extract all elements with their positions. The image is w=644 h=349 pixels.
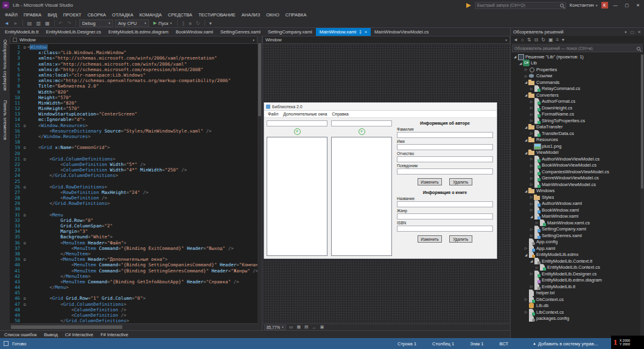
document-tab[interactable]: MainWindowViewModel.cs ↧ × — [371, 28, 432, 36]
tree-expander-icon[interactable]: ▷ — [529, 285, 534, 288]
quick-launch-search[interactable]: Быстрый запуск (Ctrl+Q) — [475, 2, 566, 9]
document-tab[interactable]: BookWindow.xaml ↧ × — [172, 28, 217, 36]
field-input[interactable] — [397, 226, 493, 232]
preview-menu-item[interactable]: Дополнительные окна — [281, 112, 329, 116]
tree-expander-icon[interactable]: ▷ — [529, 119, 534, 122]
fold-toggle-icon[interactable]: ⊟ — [22, 257, 27, 262]
pin-tab-icon[interactable]: ↧ — [359, 30, 362, 35]
menu-item[interactable]: АНАЛИЗ — [239, 12, 263, 18]
code-line[interactable]: 1⊟<Window — [10, 44, 257, 50]
tree-item[interactable]: ▷ Ссылки — [511, 73, 644, 80]
menu-item[interactable]: ТЕСТИРОВАНИЕ — [195, 12, 239, 18]
back-icon[interactable]: ◄ — [513, 37, 518, 43]
zoom-fit-icon[interactable]: ▭ — [289, 325, 294, 330]
fold-toggle-icon[interactable] — [22, 268, 27, 274]
tree-item[interactable]: ▷ LibContext.cs — [511, 309, 644, 316]
code-line[interactable]: 49 <ColumnDefinition /> — [10, 313, 257, 318]
scrollbar-thumb[interactable] — [258, 43, 261, 116]
tree-expander-icon[interactable]: ◢ — [529, 215, 534, 218]
tree-item[interactable]: ▷ BookWindow.xaml — [511, 207, 644, 213]
tree-item[interactable]: ▷ EntityModelLib.tt — [511, 283, 644, 290]
field-input[interactable] — [397, 201, 493, 207]
tree-item[interactable]: ▷ AuthorWindow.xaml — [511, 201, 644, 207]
code-line[interactable]: 47⊟ <Grid.ColumnDefinitions> — [10, 302, 257, 307]
code-line[interactable]: 14 mc:Ignorable="d"> — [10, 117, 257, 122]
swap-panes-icon[interactable]: ↔ — [312, 325, 317, 330]
code-line[interactable]: 36⊟ <MenuItem Header="Файл"> — [10, 240, 257, 246]
fold-toggle-icon[interactable] — [22, 246, 27, 251]
code-line[interactable]: 33 Grid.ColumnSpan="2" — [10, 223, 257, 229]
tree-item[interactable]: ▷ BookWindowViewModel.cs — [511, 162, 644, 169]
fold-toggle-icon[interactable] — [22, 190, 27, 195]
tree-item[interactable]: packages.config — [511, 316, 644, 322]
tree-item[interactable]: ◢ Windows — [511, 188, 644, 195]
code-line[interactable]: 10 Height="570" — [10, 95, 257, 100]
document-tab[interactable]: MainWindow.xaml ↧ × — [316, 28, 371, 36]
tool-window-tab[interactable]: Панель элементов — [2, 100, 8, 140]
menu-item[interactable]: ПРОЕКТ — [60, 12, 85, 18]
code-line[interactable]: 13 WindowStartupLocation="CenterScreen" — [10, 111, 257, 117]
redo-icon[interactable]: ↷ — [66, 21, 72, 26]
tree-item[interactable]: ◢ Commands — [511, 79, 644, 86]
tree-expander-icon[interactable]: ◢ — [523, 138, 528, 142]
code-line[interactable]: 8 Title="Библиотека 2.0" — [10, 83, 257, 89]
document-tab[interactable]: EntityModelLib.tt ↧ × — [1, 28, 42, 36]
tree-item[interactable]: ▷ Styles — [511, 194, 644, 201]
fold-toggle-icon[interactable] — [22, 95, 27, 100]
fold-toggle-icon[interactable] — [22, 251, 27, 257]
author-filter-input[interactable] — [267, 120, 327, 126]
code-line[interactable]: 45 — [10, 290, 257, 295]
tree-expander-icon[interactable]: ▷ — [529, 202, 534, 206]
document-tab[interactable]: SettingCompany.xaml ↧ × — [264, 28, 316, 36]
fold-toggle-icon[interactable]: ⊟ — [22, 212, 27, 218]
tool-window-tab[interactable]: Список ошибок — [4, 332, 37, 337]
tree-item[interactable]: EntityModelLib.edmx.diagram — [511, 277, 644, 284]
xaml-code-editor[interactable]: 1⊟<Window2 x:Class="Lib.Windows.MainWind… — [10, 44, 257, 323]
code-line[interactable]: 50 </Grid.ColumnDefinitions> — [10, 318, 257, 323]
fold-toggle-icon[interactable] — [22, 318, 27, 323]
tree-expander-icon[interactable]: ◢ — [523, 189, 528, 193]
tree-item[interactable]: ▷ StringToProperties.cs — [511, 117, 644, 124]
menu-item[interactable]: ОКНО — [263, 12, 282, 18]
tree-expander-icon[interactable]: ▷ — [529, 170, 534, 173]
tree-item[interactable]: ◢ MainWindow.xaml — [511, 213, 644, 220]
fold-toggle-icon[interactable] — [22, 313, 27, 318]
code-line[interactable]: 34 Margin="3" — [10, 229, 257, 234]
preview-button[interactable]: Изменить — [418, 178, 441, 185]
code-line[interactable]: 23 <ColumnDefinition Width="4*" MinWidth… — [10, 167, 257, 173]
fold-toggle-icon[interactable] — [22, 274, 27, 279]
document-tab[interactable]: EntityModelLib.Designer.cs ↧ × — [42, 28, 104, 36]
designer-zoom-dropdown[interactable]: 85,77% ▾ — [264, 325, 286, 330]
add-author-button[interactable]: + — [294, 128, 301, 135]
element-navigator-dropdown[interactable]: Window ▾ — [10, 36, 257, 44]
code-line[interactable]: 22 <ColumnDefinition Width="5*" /> — [10, 162, 257, 167]
fold-toggle-icon[interactable] — [22, 106, 27, 111]
tree-item[interactable]: ▷ MainWindowViewModel.cs — [511, 181, 644, 188]
collapse-all-icon[interactable]: ⊟ — [534, 37, 538, 43]
tree-expander-icon[interactable]: ▷ — [529, 157, 534, 161]
fold-toggle-icon[interactable] — [22, 61, 27, 67]
code-line[interactable]: 41 <MenuItem Command="{Binding SettingGe… — [10, 268, 257, 274]
tree-expander-icon[interactable]: ▷ — [534, 266, 539, 269]
home-icon[interactable]: ⌂ — [521, 37, 524, 43]
code-line[interactable]: 21⊟ <Grid.ColumnDefinitions> — [10, 156, 257, 162]
fold-toggle-icon[interactable] — [22, 223, 27, 229]
code-line[interactable]: 39⊟ <MenuItem Header="Дополнительные окн… — [10, 257, 257, 262]
fold-toggle-icon[interactable] — [22, 78, 27, 83]
menu-item[interactable]: ВИД — [44, 12, 60, 18]
code-line[interactable]: 9 Width="820" — [10, 89, 257, 95]
code-line[interactable]: 27 <RowDefinition MaxHeight="24" /> — [10, 190, 257, 195]
field-input[interactable] — [397, 132, 493, 138]
restart-icon[interactable]: ↻ — [195, 21, 201, 26]
fold-toggle-icon[interactable] — [22, 290, 27, 295]
code-line[interactable]: 37 <MenuItem Command="{Binding ExitComma… — [10, 246, 257, 251]
code-line[interactable]: 25 — [10, 179, 257, 184]
close-tab-icon[interactable]: × — [365, 30, 367, 34]
document-tab[interactable]: SettingGenres.xaml ↧ × — [217, 28, 264, 36]
fold-toggle-icon[interactable] — [22, 151, 27, 156]
tree-item[interactable]: ▷ EntityModelLib.Designer.cs — [511, 271, 644, 277]
tree-expander-icon[interactable]: ▷ — [529, 182, 534, 186]
fold-toggle-icon[interactable] — [22, 111, 27, 117]
panel-options-icon[interactable]: ▾ — [624, 30, 627, 35]
tree-item[interactable]: ◢ EntityModelLib.edmx — [511, 252, 644, 258]
